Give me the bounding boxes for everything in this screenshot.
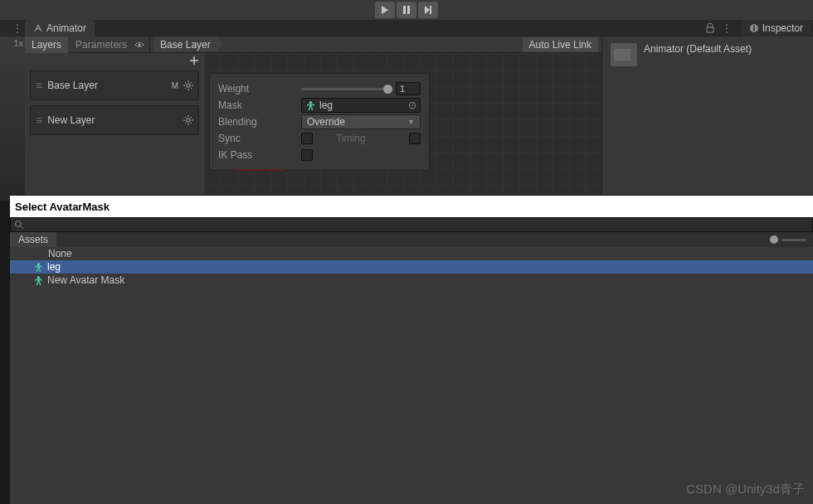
svg-point-7 bbox=[187, 84, 190, 87]
svg-point-6 bbox=[139, 43, 141, 46]
layer-name: Base Layer bbox=[47, 80, 166, 91]
select-avatarmask-dialog: Select AvatarMask Assets None leg New Av… bbox=[10, 195, 813, 504]
dialog-title: Select AvatarMask bbox=[10, 196, 813, 217]
blending-label: Blending bbox=[218, 116, 301, 128]
kebab-icon[interactable]: ⋮ bbox=[722, 22, 731, 34]
tab-label: Animator bbox=[46, 22, 86, 34]
breadcrumb[interactable]: Base Layer bbox=[153, 37, 222, 52]
dialog-item[interactable]: leg bbox=[10, 260, 813, 274]
weight-input[interactable] bbox=[396, 82, 421, 95]
pause-button[interactable] bbox=[397, 2, 416, 18]
layer-name: New Layer bbox=[47, 114, 173, 126]
timing-checkbox[interactable] bbox=[409, 133, 421, 144]
gear-icon[interactable] bbox=[183, 115, 193, 125]
lock-icon[interactable] bbox=[705, 23, 715, 33]
search-icon bbox=[14, 220, 24, 230]
asset-folder-icon bbox=[611, 43, 637, 66]
kebab-icon[interactable]: ⋮ bbox=[12, 22, 22, 34]
dialog-search[interactable] bbox=[10, 217, 813, 232]
left-gutter: 1x bbox=[0, 36, 25, 201]
timing-label: Timing bbox=[336, 133, 366, 144]
add-layer-icon[interactable] bbox=[189, 56, 199, 65]
drag-handle-icon[interactable]: ≡ bbox=[36, 79, 42, 92]
layer-item[interactable]: ≡ New Layer bbox=[30, 105, 199, 135]
svg-point-11 bbox=[16, 221, 22, 227]
layer-settings-popup: Weight Mask leg ⊙ bbox=[209, 73, 430, 171]
play-button[interactable] bbox=[375, 2, 395, 18]
mask-field[interactable]: leg ⊙ bbox=[301, 98, 421, 113]
ikpass-label: IK Pass bbox=[218, 149, 301, 161]
visibility-icon[interactable] bbox=[134, 40, 144, 50]
gear-icon[interactable] bbox=[183, 80, 193, 90]
watermark: CSDN @Unity3d青子 bbox=[686, 482, 805, 497]
top-toolbar bbox=[0, 0, 813, 20]
svg-rect-15 bbox=[37, 279, 40, 282]
dialog-list: None leg New Avatar Mask bbox=[10, 247, 813, 504]
weight-slider[interactable] bbox=[301, 88, 392, 90]
svg-rect-1 bbox=[407, 6, 410, 14]
chevron-down-icon: ▼ bbox=[407, 118, 415, 126]
animator-icon bbox=[33, 23, 43, 33]
subtab-layers[interactable]: Layers bbox=[25, 36, 68, 53]
dialog-tab-assets[interactable]: Assets bbox=[10, 232, 56, 247]
svg-point-9 bbox=[309, 100, 312, 103]
svg-rect-0 bbox=[403, 6, 406, 14]
weight-label: Weight bbox=[218, 83, 301, 94]
svg-rect-5 bbox=[753, 26, 755, 27]
svg-rect-2 bbox=[430, 6, 431, 14]
svg-point-14 bbox=[37, 275, 40, 278]
layer-badge: M bbox=[172, 81, 178, 90]
layers-list: ≡ Base Layer M ≡ New Layer bbox=[25, 53, 204, 201]
dialog-item-label: None bbox=[48, 248, 72, 259]
svg-rect-4 bbox=[753, 27, 755, 31]
dialog-item-none[interactable]: None bbox=[10, 247, 813, 260]
asset-title: Animator (Default Asset) bbox=[644, 43, 752, 55]
step-button[interactable] bbox=[418, 2, 438, 18]
main-row: 1x Layers Parameters Base Layer Auto Liv… bbox=[0, 36, 813, 201]
avatarmask-icon bbox=[305, 100, 316, 111]
ikpass-checkbox[interactable] bbox=[301, 149, 313, 161]
mask-value: leg bbox=[319, 99, 333, 111]
dialog-item-label: leg bbox=[47, 261, 61, 273]
zoom-badge: 1x bbox=[13, 38, 23, 48]
layer-item[interactable]: ≡ Base Layer M bbox=[30, 70, 199, 100]
mask-label: Mask bbox=[218, 99, 301, 111]
sync-label: Sync bbox=[218, 133, 301, 144]
subtab-parameters[interactable]: Parameters bbox=[69, 36, 134, 53]
dialog-item[interactable]: New Avatar Mask bbox=[10, 274, 813, 287]
avatarmask-icon bbox=[33, 275, 44, 286]
tab-inspector[interactable]: Inspector bbox=[741, 20, 811, 36]
info-icon bbox=[749, 23, 759, 33]
sync-checkbox[interactable] bbox=[301, 133, 313, 144]
tab-animator[interactable]: Animator bbox=[25, 20, 95, 36]
svg-point-8 bbox=[187, 119, 190, 122]
svg-rect-10 bbox=[309, 104, 312, 107]
auto-live-link-button[interactable]: Auto Live Link bbox=[523, 37, 598, 52]
inspector-panel: Animator (Default Asset) bbox=[601, 36, 813, 201]
blending-value: Override bbox=[307, 116, 345, 128]
tab-bar: ⋮ Animator ⋮ Inspector bbox=[0, 20, 813, 36]
dialog-zoom[interactable] bbox=[770, 235, 806, 244]
dialog-item-label: New Avatar Mask bbox=[47, 274, 124, 286]
inspector-tab-label: Inspector bbox=[762, 22, 803, 34]
graph-area[interactable]: Weight Mask leg ⊙ bbox=[204, 53, 601, 201]
svg-point-12 bbox=[37, 262, 40, 264]
animator-panel: Layers Parameters Base Layer Auto Live L… bbox=[25, 36, 601, 201]
search-input[interactable] bbox=[27, 220, 809, 230]
svg-rect-13 bbox=[37, 265, 40, 269]
drag-handle-icon[interactable]: ≡ bbox=[36, 114, 42, 127]
dialog-tabs: Assets bbox=[10, 232, 813, 247]
blending-dropdown[interactable]: Override ▼ bbox=[301, 114, 421, 129]
animator-subtabs: Layers Parameters Base Layer Auto Live L… bbox=[25, 36, 601, 53]
avatarmask-icon bbox=[33, 262, 44, 273]
object-picker-icon[interactable]: ⊙ bbox=[408, 99, 416, 111]
